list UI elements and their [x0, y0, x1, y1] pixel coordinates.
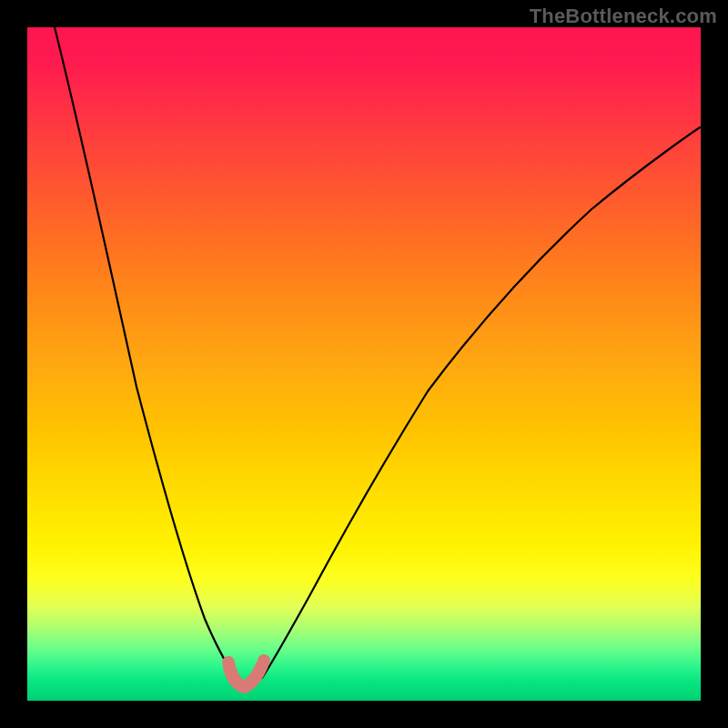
chart-frame: TheBottleneck.com [0, 0, 728, 728]
watermark-text: TheBottleneck.com [530, 5, 717, 28]
trough-bead-left [222, 656, 235, 669]
curve-svg [27, 27, 701, 701]
curve-right [262, 127, 700, 678]
plot-area [27, 27, 701, 701]
curve-left [55, 27, 237, 678]
curve-minimum [229, 665, 262, 687]
trough-bead-right [258, 654, 270, 667]
